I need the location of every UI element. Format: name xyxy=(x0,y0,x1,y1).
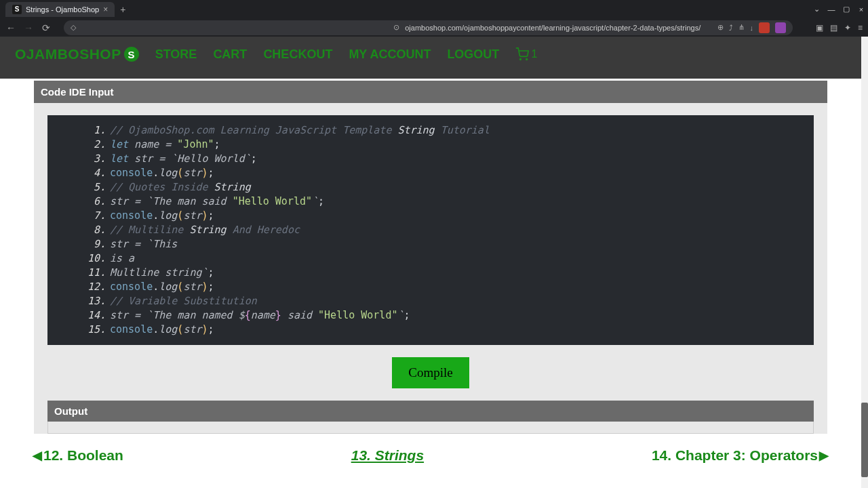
tab-close-icon[interactable]: × xyxy=(103,5,108,14)
line-content: is a xyxy=(110,251,814,266)
url-text: ojamboshop.com/ojamboshoppaycontent/lear… xyxy=(405,24,711,32)
line-content: console.log(str); xyxy=(110,323,814,337)
line-number: 5. xyxy=(47,180,110,195)
logo-badge-icon: S xyxy=(124,47,139,62)
line-content: // Quotes Inside String xyxy=(110,180,814,195)
window-controls: ⌄ — ▢ × xyxy=(810,3,868,16)
line-number: 7. xyxy=(47,209,110,223)
reload-button[interactable]: ⟳ xyxy=(41,22,52,33)
line-content: console.log(str); xyxy=(110,209,814,223)
extension-icon-1[interactable] xyxy=(759,22,770,33)
next-label: 14. Chapter 3: Operators xyxy=(652,447,818,464)
scrollbar[interactable] xyxy=(861,37,868,488)
shopping-cart-icon xyxy=(515,47,529,61)
extension-icon-2[interactable] xyxy=(775,22,786,33)
line-number: 10. xyxy=(47,251,110,266)
back-button[interactable]: ← xyxy=(5,22,16,33)
current-chapter: 13. Strings xyxy=(351,447,424,464)
svg-point-0 xyxy=(520,59,521,60)
cart-indicator[interactable]: 1 xyxy=(515,47,537,61)
maximize-icon[interactable]: ▢ xyxy=(840,3,853,16)
nav-store[interactable]: STORE xyxy=(155,47,197,62)
browser-toolbar: ← → ⟳ ◇ ⊙ ojamboshop.com/ojamboshoppayco… xyxy=(0,18,868,37)
code-line: 15.console.log(str); xyxy=(47,323,814,337)
line-number: 11. xyxy=(47,266,110,280)
line-content: Multline string`; xyxy=(110,266,814,280)
nav-checkout[interactable]: CHECKOUT xyxy=(263,47,332,62)
panel-icon[interactable]: ▣ xyxy=(816,23,823,33)
ide-container: Code IDE Input 1.// OjamboShop.com Learn… xyxy=(34,81,827,434)
code-editor[interactable]: 1.// OjamboShop.com Learning JavaScript … xyxy=(47,115,814,345)
code-line: 10.is a xyxy=(47,251,814,266)
nav-logout[interactable]: LOGOUT xyxy=(447,47,499,62)
line-number: 8. xyxy=(47,223,110,237)
code-line: 13.// Variable Substitution xyxy=(47,294,814,308)
menu-icon[interactable]: ≡ xyxy=(858,23,863,33)
next-chapter-link[interactable]: 14. Chapter 3: Operators ▶ xyxy=(652,447,829,464)
new-tab-button[interactable]: + xyxy=(120,4,125,15)
compile-button[interactable]: Compile xyxy=(392,357,469,388)
bookmark-icon[interactable]: ◇ xyxy=(71,23,76,32)
prev-label: 12. Boolean xyxy=(43,447,123,464)
output-body xyxy=(47,422,814,434)
download-icon[interactable]: ↓ xyxy=(750,24,754,32)
line-content: str = `This xyxy=(110,237,814,251)
pagination: ◀ 12. Boolean 13. Strings 14. Chapter 3:… xyxy=(0,438,861,464)
code-line: 4.console.log(str); xyxy=(47,166,814,180)
svg-point-1 xyxy=(526,59,528,60)
cart-count: 1 xyxy=(531,48,537,60)
code-line: 1.// OjamboShop.com Learning JavaScript … xyxy=(47,123,814,138)
code-line: 7.console.log(str); xyxy=(47,209,814,223)
line-number: 15. xyxy=(47,323,110,337)
browser-chrome: S Strings - OjamboShop × + ⌄ — ▢ × ← → ⟳… xyxy=(0,0,868,37)
line-content: console.log(str); xyxy=(110,166,814,180)
address-bar[interactable]: ◇ ⊙ ojamboshop.com/ojamboshoppaycontent/… xyxy=(64,20,793,35)
browser-tab[interactable]: S Strings - OjamboShop × xyxy=(5,2,115,17)
arrow-right-icon: ▶ xyxy=(819,448,829,463)
output-header: Output xyxy=(47,401,814,422)
minimize-icon[interactable]: — xyxy=(825,3,838,16)
share-icon[interactable]: ⤴ xyxy=(729,24,733,32)
tab-title: Strings - OjamboShop xyxy=(26,5,99,14)
scrollbar-thumb[interactable] xyxy=(861,403,868,477)
line-content: str = `The man said "Hello World"`; xyxy=(110,195,814,209)
rss-icon[interactable]: ⋔ xyxy=(738,23,745,32)
line-content: // Variable Substitution xyxy=(110,294,814,308)
line-number: 6. xyxy=(47,195,110,209)
line-content: console.log(str); xyxy=(110,280,814,294)
code-line: 5.// Quotes Inside String xyxy=(47,180,814,195)
line-content: let str = `Hello World`; xyxy=(110,152,814,166)
output-container: Output xyxy=(47,401,814,434)
code-line: 3.let str = `Hello World`; xyxy=(47,152,814,166)
ide-header: Code IDE Input xyxy=(34,81,827,103)
zoom-icon[interactable]: ⊕ xyxy=(717,23,724,32)
code-line: 8.// Multiline String And Heredoc xyxy=(47,223,814,237)
close-window-icon[interactable]: × xyxy=(854,3,868,16)
line-number: 9. xyxy=(47,237,110,251)
site-nav: OJAMBOSHOP S STORE CART CHECKOUT MY ACCO… xyxy=(0,37,861,79)
line-content: let name = "John"; xyxy=(110,138,814,152)
line-content: str = `The man named ${name} said "Hello… xyxy=(110,308,814,323)
code-line: 11.Multline string`; xyxy=(47,266,814,280)
reader-icon[interactable]: ▤ xyxy=(830,23,837,33)
line-content: // Multiline String And Heredoc xyxy=(110,223,814,237)
site-logo[interactable]: OJAMBOSHOP S xyxy=(15,46,139,62)
line-number: 3. xyxy=(47,152,110,166)
sparkle-icon[interactable]: ✦ xyxy=(844,23,851,33)
site-info-icon[interactable]: ⊙ xyxy=(393,23,399,32)
tab-bar: S Strings - OjamboShop × + ⌄ — ▢ × xyxy=(0,0,868,18)
page-content: OJAMBOSHOP S STORE CART CHECKOUT MY ACCO… xyxy=(0,37,868,488)
chevron-down-icon[interactable]: ⌄ xyxy=(810,3,823,16)
nav-cart[interactable]: CART xyxy=(213,47,247,62)
line-content: // OjamboShop.com Learning JavaScript Te… xyxy=(110,123,814,138)
line-number: 12. xyxy=(47,280,110,294)
code-line: 9.str = `This xyxy=(47,237,814,251)
line-number: 13. xyxy=(47,294,110,308)
logo-text: OJAMBOSHOP xyxy=(15,46,121,62)
line-number: 1. xyxy=(47,123,110,138)
nav-account[interactable]: MY ACCOUNT xyxy=(349,47,431,62)
prev-chapter-link[interactable]: ◀ 12. Boolean xyxy=(33,447,123,464)
line-number: 14. xyxy=(47,308,110,323)
line-number: 4. xyxy=(47,166,110,180)
line-number: 2. xyxy=(47,138,110,152)
